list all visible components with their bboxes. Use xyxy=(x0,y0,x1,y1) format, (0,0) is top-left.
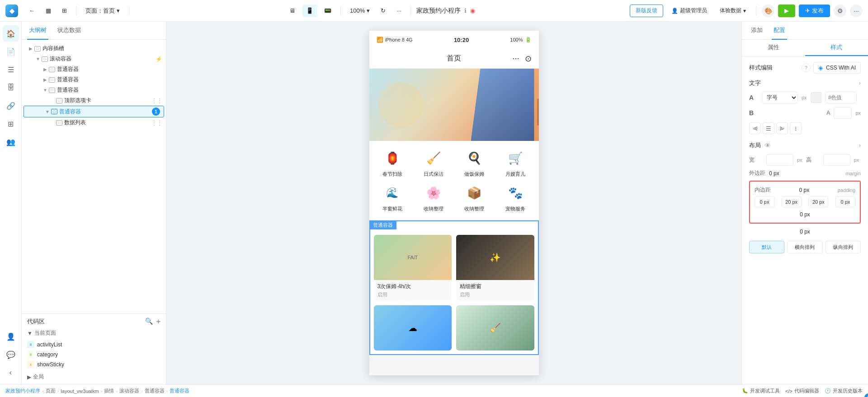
layout2-button[interactable]: ⊞ xyxy=(58,5,71,17)
product-card-0[interactable]: FAiT 3次保姆·4h/次 启用 xyxy=(374,235,452,301)
width-input[interactable] xyxy=(766,154,793,166)
layout-eye-icon[interactable]: 👁 xyxy=(764,142,771,149)
margin-full-val: 0 px xyxy=(800,229,810,235)
sidebar-home-icon[interactable]: 🏠 xyxy=(3,25,19,42)
sidebar-link-icon[interactable]: 🔗 xyxy=(3,98,19,114)
service-item-5[interactable]: 🌸 收纳整理 xyxy=(415,183,451,212)
sidebar-component-icon[interactable]: ⊞ xyxy=(3,116,19,132)
font-family-select[interactable]: 字号 xyxy=(762,92,798,103)
padding-left-input[interactable] xyxy=(755,196,774,207)
tree-item-container3[interactable]: ▼ □ 普通容器 xyxy=(22,85,166,95)
layout-arrow-icon[interactable]: › xyxy=(859,142,861,149)
history-label: 开发历史版本 xyxy=(833,388,863,394)
play-button[interactable]: ▶ xyxy=(778,5,795,17)
sidebar-database-icon[interactable]: 🗄 xyxy=(3,79,19,96)
breadcrumb-container1[interactable]: 普通容器 xyxy=(145,388,165,394)
page-selector[interactable]: 页面：首页 ▾ xyxy=(82,5,123,17)
current-page-section[interactable]: ▼ 当前页面 xyxy=(27,329,160,337)
text-row2: B A px xyxy=(749,107,861,119)
code-item-category[interactable]: ≡ category xyxy=(27,350,160,360)
code-editor-btn[interactable]: </> 代码编辑器 xyxy=(785,388,819,394)
align-left-btn[interactable]: ⫷ xyxy=(749,122,761,134)
service-item-6[interactable]: 📦 收纳整理 xyxy=(457,183,492,212)
align-default-btn[interactable]: 默认 xyxy=(749,241,784,253)
admin-button[interactable]: 👤 超级管理员 xyxy=(667,5,712,17)
line-height-input[interactable] xyxy=(834,107,852,119)
phone-nav-title: 首页 xyxy=(447,54,461,63)
tree-item-container1[interactable]: ▶ □ 普通容器 xyxy=(22,64,166,75)
debug-tool-btn[interactable]: 🐛 开发调试工具 xyxy=(742,388,780,394)
align-right-btn[interactable]: ⫸ xyxy=(776,122,788,134)
tab-add[interactable]: 添加 xyxy=(749,22,764,40)
color-input[interactable] xyxy=(825,92,857,103)
breadcrumb-layout[interactable]: layout_vw3uaikm xyxy=(61,388,99,394)
sidebar-people-icon[interactable]: 👥 xyxy=(3,134,19,150)
product-card-1[interactable]: ✨ 精细擦窗 启用 xyxy=(456,235,534,301)
sidebar-collapse-icon[interactable]: ‹ xyxy=(3,364,19,381)
breadcrumb-scroll[interactable]: 滚动容器 xyxy=(119,388,139,394)
toolbar-more-button[interactable]: ··· xyxy=(393,5,405,17)
service-item-0[interactable]: 🏮 春节扫除 xyxy=(375,148,410,177)
padding-right-value[interactable] xyxy=(808,196,828,207)
more2-button[interactable]: ··· xyxy=(850,5,863,17)
global-expand[interactable]: ▶ 全局 xyxy=(27,373,160,381)
tree-item-data-list[interactable]: ▶ □ 数据列表 ⋮⋮ xyxy=(22,117,166,128)
sidebar-user-icon[interactable]: 👤 xyxy=(3,328,19,345)
service-item-7[interactable]: 🐾 宠物服务 xyxy=(498,183,533,212)
service-item-2[interactable]: 🍳 做饭保姆 xyxy=(457,148,492,177)
tab-config[interactable]: 配置 xyxy=(772,22,787,40)
breadcrumb-slot[interactable]: 插情 xyxy=(104,388,114,394)
tree-item-top-tab[interactable]: ▶ □ 顶部选项卡 ⋮⋮ xyxy=(22,95,166,106)
breadcrumb-home[interactable]: 家政预约小程序 xyxy=(5,388,40,394)
text-chevron-icon[interactable]: › xyxy=(859,80,861,86)
align-justify-btn[interactable]: ⫶ xyxy=(790,122,802,134)
height-input[interactable] xyxy=(823,154,850,166)
service-item-4[interactable]: 🌊 半窗鲜花 xyxy=(375,183,410,212)
tree-item-scroll[interactable]: ▼ □ 滚动容器 ⚡ xyxy=(22,54,166,64)
padding-right-input[interactable] xyxy=(835,196,855,207)
history-btn[interactable]: 🕐 开发历史版本 xyxy=(825,388,863,394)
service-item-1[interactable]: 🧹 日式保洁 xyxy=(415,148,451,177)
align-center-btn[interactable]: ☰ xyxy=(763,122,774,134)
color-theme-button[interactable]: 🎨 xyxy=(762,5,774,17)
css-ai-button[interactable]: ◈ CSS With AI xyxy=(813,62,861,74)
zoom-selector[interactable]: 100% ▾ xyxy=(346,5,373,17)
code-category-icon: ≡ xyxy=(27,351,34,358)
breadcrumb-container2[interactable]: 普通容器 xyxy=(170,388,189,394)
sidebar-list-icon[interactable]: ☰ xyxy=(3,61,19,78)
preview-data-button[interactable]: 体验数据 ▾ xyxy=(715,5,750,17)
phone-view-btn[interactable]: 📱 xyxy=(302,5,317,17)
back-button[interactable]: ← xyxy=(25,5,38,17)
code-item-activitylist[interactable]: ≡ activityList xyxy=(27,340,160,350)
refresh-button[interactable]: ↻ xyxy=(377,5,389,17)
code-add-icon[interactable]: + xyxy=(156,318,160,326)
breadcrumb-page[interactable]: 页面 xyxy=(46,388,56,394)
tab-style[interactable]: 样式 xyxy=(805,40,868,56)
new-feedback-button[interactable]: 新版反馈 xyxy=(630,5,663,17)
help-icon[interactable]: ? xyxy=(802,63,811,72)
code-item-showsticky[interactable]: x showSticky xyxy=(27,360,160,369)
service-item-3[interactable]: 🛒 月嫂育儿 xyxy=(498,148,533,177)
tree-item-container2[interactable]: ▶ □ 普通容器 xyxy=(22,75,166,85)
product-card-2[interactable]: ☁ xyxy=(374,305,452,350)
sep1: › xyxy=(42,388,44,394)
tablet-view-btn[interactable]: 📟 xyxy=(321,5,335,17)
tree-item-content-slot[interactable]: ▶ □ 内容插槽 xyxy=(22,43,166,54)
sel-icon: □ xyxy=(51,109,57,114)
desktop-view-btn[interactable]: 🖥 xyxy=(286,5,299,17)
align-vertical-btn[interactable]: 纵向排列 xyxy=(826,241,861,253)
padding-left-value[interactable] xyxy=(782,196,802,207)
align-horizontal-btn[interactable]: 横向排列 xyxy=(787,241,822,253)
settings-button[interactable]: ⚙ xyxy=(834,5,846,17)
layout1-button[interactable]: ▦ xyxy=(42,5,55,17)
color-swatch[interactable] xyxy=(811,92,821,103)
sidebar-message-icon[interactable]: 💬 xyxy=(3,346,19,363)
tree-item-container-selected[interactable]: ▼ □ 普通容器 1 xyxy=(24,106,164,117)
tab-outline[interactable]: 大纲树 xyxy=(27,22,48,40)
publish-button[interactable]: ✈ 发布 xyxy=(799,5,830,17)
tab-state[interactable]: 状态数据 xyxy=(56,22,83,40)
product-card-3[interactable]: 🧹 xyxy=(456,305,534,350)
tab-props[interactable]: 属性 xyxy=(742,40,805,56)
sidebar-page-icon[interactable]: 📄 xyxy=(3,43,19,60)
code-search-icon[interactable]: 🔍 xyxy=(145,318,153,326)
